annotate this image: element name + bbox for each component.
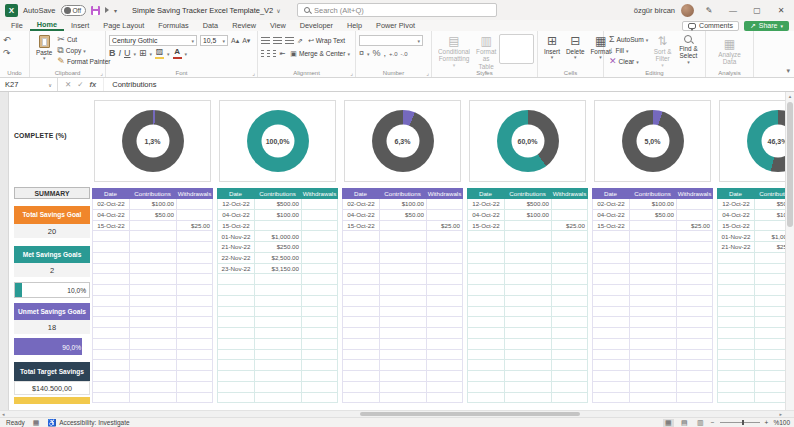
- contribution-cell[interactable]: [629, 328, 676, 338]
- withdrawal-cell[interactable]: $25.00: [426, 221, 463, 231]
- contribution-cell[interactable]: [504, 285, 551, 295]
- total-savings-goal-value[interactable]: 20: [14, 224, 90, 238]
- withdrawal-cell[interactable]: [426, 393, 463, 403]
- withdrawal-cell[interactable]: [676, 285, 713, 295]
- withdrawal-cell[interactable]: [551, 307, 588, 317]
- withdrawal-cell[interactable]: [301, 296, 338, 306]
- date-cell[interactable]: [467, 317, 504, 327]
- contribution-cell[interactable]: $50.00: [129, 210, 176, 220]
- save-icon[interactable]: [91, 6, 100, 15]
- date-cell[interactable]: [217, 393, 254, 403]
- confirm-entry-icon[interactable]: ✓: [77, 80, 83, 89]
- date-cell[interactable]: 12-Oct-22: [217, 199, 254, 209]
- date-cell[interactable]: [467, 264, 504, 274]
- table-header-cell[interactable]: Contributions: [504, 188, 551, 199]
- date-cell[interactable]: [217, 285, 254, 295]
- bold-button[interactable]: B: [109, 49, 116, 58]
- date-cell[interactable]: 23-Nov-22: [217, 264, 254, 274]
- withdrawal-cell[interactable]: [176, 339, 213, 349]
- page-break-view-button[interactable]: ▥: [695, 419, 706, 427]
- contribution-cell[interactable]: [254, 382, 301, 392]
- table-header-cell[interactable]: Date: [342, 188, 379, 199]
- withdrawal-cell[interactable]: [301, 393, 338, 403]
- date-cell[interactable]: 15-Oct-22: [467, 221, 504, 231]
- date-cell[interactable]: [717, 350, 754, 360]
- align-left-icon[interactable]: [261, 50, 264, 57]
- withdrawal-cell[interactable]: [176, 199, 213, 209]
- date-cell[interactable]: [592, 339, 629, 349]
- unmet-goals-value[interactable]: 18: [14, 320, 90, 334]
- contribution-cell[interactable]: [379, 317, 426, 327]
- contribution-cell[interactable]: [254, 350, 301, 360]
- date-cell[interactable]: 22-Nov-22: [217, 253, 254, 263]
- chart-card[interactable]: 1,3%: [94, 100, 211, 182]
- contribution-cell[interactable]: [504, 307, 551, 317]
- withdrawal-cell[interactable]: [301, 350, 338, 360]
- contribution-cell[interactable]: $50.00: [629, 210, 676, 220]
- table-header-cell[interactable]: Date: [717, 188, 754, 199]
- withdrawal-cell[interactable]: [676, 274, 713, 284]
- contribution-cell[interactable]: $500.00: [504, 199, 551, 209]
- close-button[interactable]: ✕: [772, 6, 790, 15]
- contribution-cell[interactable]: [129, 393, 176, 403]
- contribution-cell[interactable]: [379, 242, 426, 252]
- contribution-cell[interactable]: [629, 317, 676, 327]
- date-cell[interactable]: [92, 253, 129, 263]
- withdrawal-cell[interactable]: [176, 317, 213, 327]
- withdrawal-cell[interactable]: [301, 231, 338, 241]
- contribution-cell[interactable]: [629, 307, 676, 317]
- date-cell[interactable]: [92, 264, 129, 274]
- contribution-cell[interactable]: [504, 253, 551, 263]
- contribution-cell[interactable]: [254, 307, 301, 317]
- date-cell[interactable]: [217, 360, 254, 370]
- contribution-cell[interactable]: [504, 231, 551, 241]
- date-cell[interactable]: [217, 328, 254, 338]
- borders-icon[interactable]: ⊞: [139, 49, 147, 58]
- align-bottom-icon[interactable]: [285, 37, 294, 44]
- contribution-cell[interactable]: [379, 328, 426, 338]
- withdrawal-cell[interactable]: [301, 274, 338, 284]
- date-cell[interactable]: [467, 253, 504, 263]
- date-cell[interactable]: [467, 231, 504, 241]
- contribution-cell[interactable]: [504, 242, 551, 252]
- contribution-cell[interactable]: [629, 231, 676, 241]
- date-cell[interactable]: [717, 360, 754, 370]
- contribution-cell[interactable]: [129, 371, 176, 381]
- withdrawal-cell[interactable]: [551, 371, 588, 381]
- withdrawal-cell[interactable]: [426, 210, 463, 220]
- chart-card[interactable]: 46,3%: [719, 100, 794, 182]
- contribution-cell[interactable]: [254, 296, 301, 306]
- date-cell[interactable]: [92, 382, 129, 392]
- withdrawal-cell[interactable]: [551, 274, 588, 284]
- contribution-cell[interactable]: [254, 285, 301, 295]
- date-cell[interactable]: [92, 317, 129, 327]
- contribution-cell[interactable]: [629, 285, 676, 295]
- dialog-launcher-icon[interactable]: ⌟: [426, 70, 429, 76]
- date-cell[interactable]: [92, 328, 129, 338]
- withdrawal-cell[interactable]: [176, 231, 213, 241]
- date-cell[interactable]: [592, 285, 629, 295]
- withdrawal-cell[interactable]: [426, 242, 463, 252]
- date-cell[interactable]: [342, 339, 379, 349]
- date-cell[interactable]: [92, 231, 129, 241]
- contribution-cell[interactable]: [129, 242, 176, 252]
- date-cell[interactable]: [717, 328, 754, 338]
- contribution-cell[interactable]: [504, 382, 551, 392]
- page-layout-view-button[interactable]: ▤: [679, 419, 690, 427]
- tab-file[interactable]: File: [4, 20, 30, 31]
- search-input[interactable]: Search (Alt+Q): [297, 3, 497, 17]
- date-cell[interactable]: [92, 360, 129, 370]
- contribution-cell[interactable]: [254, 393, 301, 403]
- withdrawal-cell[interactable]: [301, 317, 338, 327]
- date-cell[interactable]: [92, 307, 129, 317]
- table-header-cell[interactable]: Date: [592, 188, 629, 199]
- date-cell[interactable]: [342, 274, 379, 284]
- withdrawal-cell[interactable]: [426, 328, 463, 338]
- withdrawal-cell[interactable]: [551, 339, 588, 349]
- date-cell[interactable]: 15-Oct-22: [92, 221, 129, 231]
- autosave-toggle[interactable]: Off: [61, 5, 87, 16]
- withdrawal-cell[interactable]: [676, 317, 713, 327]
- contribution-cell[interactable]: $1,000.00: [254, 231, 301, 241]
- withdrawal-cell[interactable]: [551, 199, 588, 209]
- contribution-cell[interactable]: [629, 339, 676, 349]
